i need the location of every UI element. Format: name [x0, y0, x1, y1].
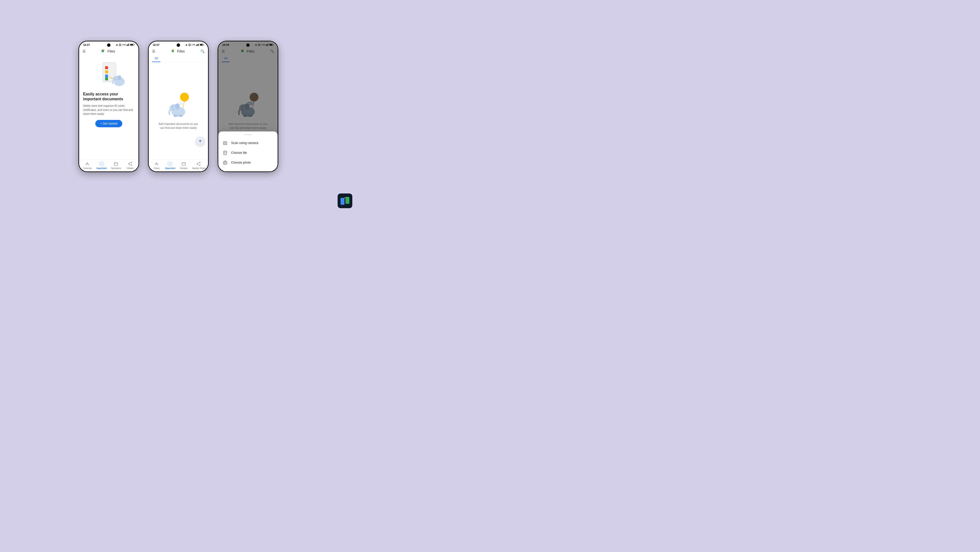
choose-file-label: Choose file	[231, 151, 247, 155]
nav-label-clean-1: Очистка	[83, 167, 91, 169]
bottom-sheet-3: Scan using camera Choose file Choose pho…	[218, 131, 278, 171]
nav-item-browse-2[interactable]: Browse	[178, 161, 189, 169]
svg-rect-2	[126, 45, 127, 46]
status-icons-2: LTE	[185, 44, 204, 46]
svg-rect-39	[198, 44, 199, 46]
nav-item-clean-2[interactable]: Clean	[151, 161, 162, 169]
nav-item-share-1[interactable]: Обмен	[125, 161, 136, 169]
choose-photo-item[interactable]: Choose photo	[218, 158, 278, 168]
nav-item-clean-1[interactable]: Очистка	[82, 161, 92, 169]
scan-camera-icon	[223, 140, 228, 145]
scan-camera-item[interactable]: Scan using camera	[218, 138, 278, 148]
tab-all-2[interactable]: All	[152, 55, 160, 62]
clean-icon-1	[84, 161, 90, 166]
status-time-2: 18:07	[153, 43, 159, 46]
svg-rect-4	[128, 44, 128, 46]
svg-rect-5	[129, 44, 129, 46]
nearby-icon-2	[196, 161, 201, 166]
svg-point-51	[175, 104, 180, 109]
share-icon-1	[128, 161, 133, 166]
svg-rect-41	[204, 45, 204, 45]
choose-photo-label: Choose photo	[231, 161, 251, 164]
svg-point-95	[224, 162, 226, 164]
svg-point-54	[173, 115, 177, 117]
empty-state-text-2: Add important documents so you can find …	[156, 122, 200, 130]
phone-3: 18:09 LTE ☰	[218, 41, 278, 172]
nav-label-important-1: Important	[97, 167, 107, 169]
svg-rect-45	[172, 50, 174, 52]
nav-label-browse-1: Просмотр	[111, 167, 121, 169]
app-bar-1: ☰ Files	[79, 47, 138, 55]
svg-rect-15	[102, 50, 104, 52]
nav-label-share-1: Обмен	[127, 167, 134, 169]
svg-rect-8	[130, 44, 133, 45]
svg-point-55	[179, 115, 183, 117]
files-logo-2: Files	[171, 49, 185, 54]
clean-icon-2	[154, 161, 159, 166]
svg-rect-42	[200, 44, 203, 45]
corner-logo	[337, 193, 352, 208]
svg-rect-7	[134, 45, 135, 45]
phone-2: 18:07 LTE ☰	[148, 41, 209, 172]
files-app-icon-1	[101, 49, 106, 54]
svg-point-31	[131, 162, 132, 163]
browse-icon-2	[181, 161, 186, 166]
files-logo-1: Files	[101, 49, 115, 54]
svg-point-53	[172, 107, 173, 107]
svg-rect-90	[223, 142, 227, 145]
fab-2[interactable]: +	[196, 137, 205, 146]
nav-label-important-2: Important	[165, 167, 175, 169]
camera-notch-3	[246, 43, 250, 47]
get-started-button[interactable]: + Get started	[95, 120, 122, 127]
app-title-1: Files	[107, 49, 115, 53]
nav-item-important-1[interactable]: ★ Important	[96, 161, 107, 169]
empty-state-illustration-2	[161, 92, 196, 119]
hamburger-icon-2[interactable]: ☰	[152, 49, 155, 53]
important-icon-2: ★	[167, 161, 173, 166]
svg-rect-92	[224, 142, 226, 142]
status-time-1: 18:07	[83, 43, 90, 46]
svg-rect-36	[196, 45, 196, 46]
svg-rect-96	[340, 198, 344, 205]
choose-file-icon	[223, 150, 228, 155]
nav-item-browse-1[interactable]: Просмотр	[110, 161, 121, 169]
nav-label-browse-2: Browse	[180, 167, 188, 169]
svg-point-35	[189, 45, 190, 45]
svg-point-60	[199, 164, 200, 166]
svg-rect-17	[105, 66, 108, 69]
svg-rect-20	[105, 78, 108, 80]
svg-rect-38	[197, 44, 198, 46]
svg-rect-30	[114, 163, 118, 166]
svg-rect-37	[197, 45, 197, 46]
bottom-nav-1: Очистка ★ Important Просмотр	[79, 160, 138, 171]
svg-point-33	[128, 163, 129, 164]
app-bar-2: ☰ Files 🔍	[149, 47, 208, 55]
svg-rect-97	[345, 197, 349, 204]
svg-point-27	[117, 75, 121, 80]
svg-point-91	[224, 142, 226, 144]
svg-point-26	[115, 78, 115, 78]
nav-item-important-2[interactable]: ★ Important	[165, 161, 175, 169]
bottom-sheet-handle-3	[244, 134, 252, 135]
svg-rect-3	[127, 45, 128, 46]
welcome-title: Easily access your important documents	[83, 92, 135, 102]
svg-point-61	[197, 163, 198, 164]
camera-notch-2	[177, 43, 180, 47]
choose-file-item[interactable]: Choose file	[218, 148, 278, 158]
status-icons-1: LTE	[116, 44, 135, 46]
svg-rect-58	[182, 163, 186, 166]
search-icon-2[interactable]: 🔍	[200, 49, 205, 53]
svg-rect-18	[105, 70, 108, 73]
svg-point-46	[180, 93, 189, 102]
important-icon-1: ★	[99, 161, 105, 166]
svg-point-32	[131, 164, 132, 166]
nav-item-nearby-2[interactable]: Nearby Share	[192, 161, 206, 169]
camera-notch	[107, 43, 110, 47]
choose-photo-icon	[223, 160, 228, 165]
phone-1: 18:07 LTE ☰	[78, 41, 139, 172]
hamburger-icon-1[interactable]: ☰	[83, 49, 86, 53]
svg-rect-19	[105, 75, 108, 78]
welcome-illustration	[91, 60, 127, 88]
nav-label-nearby-2: Nearby Share	[192, 167, 206, 169]
svg-rect-94	[223, 161, 227, 164]
